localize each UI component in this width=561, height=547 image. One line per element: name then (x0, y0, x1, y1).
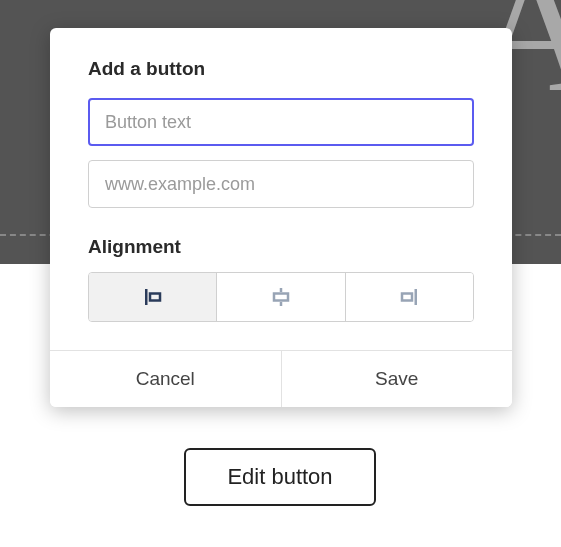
align-center-button[interactable] (217, 273, 345, 321)
button-url-input[interactable] (88, 160, 474, 208)
align-left-icon (142, 286, 164, 308)
align-left-button[interactable] (89, 273, 217, 321)
svg-rect-6 (402, 294, 412, 301)
alignment-group (88, 272, 474, 322)
edit-button[interactable]: Edit button (184, 448, 376, 506)
button-text-input[interactable] (88, 98, 474, 146)
svg-rect-2 (280, 288, 283, 292)
svg-rect-3 (280, 302, 283, 306)
modal-title: Add a button (88, 58, 474, 80)
svg-rect-0 (145, 289, 148, 305)
svg-rect-5 (415, 289, 418, 305)
alignment-label: Alignment (88, 236, 474, 258)
svg-rect-4 (274, 294, 288, 301)
svg-rect-1 (150, 294, 160, 301)
save-button[interactable]: Save (282, 351, 513, 407)
align-center-icon (270, 286, 292, 308)
add-button-modal: Add a button Alignment (50, 28, 512, 407)
cancel-button[interactable]: Cancel (50, 351, 282, 407)
align-right-button[interactable] (346, 273, 473, 321)
align-right-icon (398, 286, 420, 308)
modal-body: Add a button Alignment (50, 28, 512, 350)
modal-footer: Cancel Save (50, 350, 512, 407)
